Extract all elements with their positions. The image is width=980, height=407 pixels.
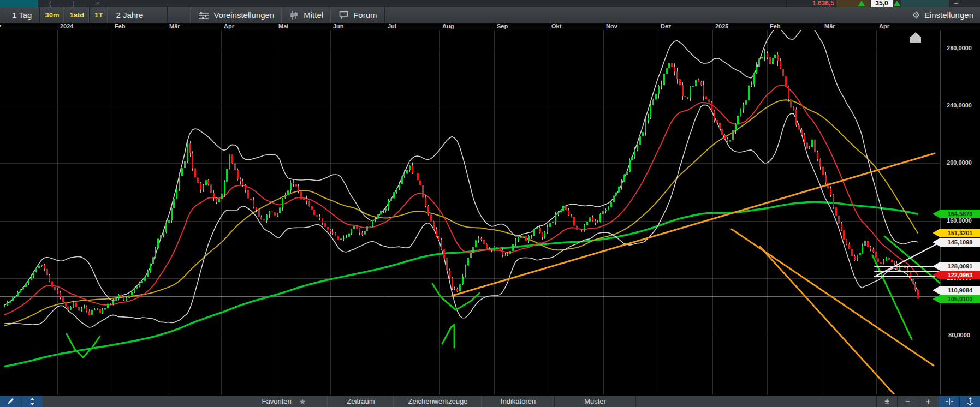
month-label-Aug: Aug — [442, 23, 454, 30]
bottom-menu-label: Zeitraum — [347, 397, 375, 405]
zoom-in-button[interactable]: + — [918, 396, 939, 407]
quote-chip-teal — [901, 0, 949, 7]
plus-minus-fit-icon: ± — [884, 397, 889, 406]
interval-button-30m[interactable]: 30m — [40, 7, 64, 23]
interval-button-1T[interactable]: 1T — [90, 7, 108, 23]
month-label-Apr: Apr — [879, 23, 889, 30]
forum-label: Forum — [353, 10, 377, 20]
tag-value: 164,5873 — [940, 210, 980, 218]
top-quote-strip: ( ) × 1.636,5 35,0 – — [0, 0, 980, 7]
month-label-Mär: Mär — [824, 23, 835, 30]
month-label-Mai: Mai — [278, 23, 288, 30]
time-axis[interactable]: z2024FebMärAprMaiJunJulAugSepOktNovDez20… — [0, 23, 980, 30]
minus-icon: − — [905, 397, 910, 406]
up-triangle-icon — [894, 1, 900, 6]
ema-21-tag: 122,0963 — [933, 271, 980, 279]
forum-button[interactable]: Forum — [331, 7, 385, 23]
tag-pointer — [933, 286, 940, 295]
tag-value: 151,3201 — [940, 229, 980, 237]
bottom-menu-zeichenwerkzeuge[interactable]: Zeichenwerkzeuge — [394, 396, 482, 407]
bottom-menu: Favoriten★ZeitraumZeichenwerkzeugeIndika… — [240, 396, 636, 407]
mittel-button[interactable]: Mittel — [282, 7, 331, 23]
bottom-menu-label: Favoriten — [262, 397, 292, 405]
speech-bubble-icon — [339, 11, 348, 19]
month-label-Jun: Jun — [333, 23, 344, 30]
settings-label: Einstellungen — [924, 10, 973, 20]
star-icon[interactable]: ★ — [299, 397, 306, 406]
month-label-2024: 2024 — [60, 23, 73, 30]
presets-button[interactable]: Voreinstellungen — [191, 7, 282, 23]
zoom-controls: ± − + — [876, 396, 980, 407]
month-label-Nov: Nov — [606, 23, 617, 30]
tag-value: 145,1098 — [940, 238, 980, 247]
price-tick-200: 200,0000 — [941, 159, 977, 166]
zoom-out-button[interactable]: − — [897, 396, 918, 407]
tag-value: 122,0963 — [940, 271, 980, 279]
month-label-Apr: Apr — [224, 23, 234, 30]
chart-toolbar: 1 Tag 30m1std1T 2 Jahre Voreinstellungen — [0, 7, 980, 23]
auto-fit-button[interactable]: ± — [876, 396, 897, 407]
price-tick-280: 280,0000 — [941, 45, 977, 51]
bottom-menu-muster[interactable]: Muster — [555, 396, 636, 407]
tag-value: 128,0091 — [940, 262, 980, 271]
month-label-Dez: Dez — [661, 23, 672, 30]
plus-icon: + — [926, 397, 931, 406]
sma-200-tag: 164,5873 — [933, 210, 980, 218]
month-label-Okt: Okt — [551, 23, 561, 30]
sliders-icon — [199, 11, 209, 19]
tab-title-clipped: ( ) × — [49, 0, 109, 7]
crosshair-mode-button[interactable] — [939, 396, 959, 407]
interval-buttons: 30m1std1T — [40, 7, 108, 23]
auto-scale-button[interactable] — [959, 396, 980, 407]
bottom-menu-label: Zeichenwerkzeuge — [408, 397, 467, 405]
chart-area: 280,0000240,0000200,0000160,0000120,0000… — [0, 30, 980, 394]
chart-application-window: ( ) × 1.636,5 35,0 – 1 Tag 30m1std1T 2 J… — [0, 0, 980, 407]
price-tick-80: 80,0000 — [941, 332, 977, 338]
quote-value-white: 35,0 — [871, 0, 893, 7]
hline-tag: 128,0091 — [933, 262, 980, 271]
candlestick-chart[interactable] — [0, 30, 945, 394]
up-triangle-icon — [858, 1, 865, 6]
tag-value: 110,9084 — [940, 286, 980, 295]
settings-button[interactable]: ⚙ Einstellungen — [906, 7, 980, 23]
bottom-menu-favoriten[interactable]: Favoriten★ — [240, 396, 328, 407]
tag-value: 105,0100 — [940, 295, 980, 303]
bottom-menu-indikatoren[interactable]: Indikatoren — [482, 396, 555, 407]
timeframe-button[interactable]: 1 Tag — [4, 7, 40, 23]
tag-pointer — [933, 229, 940, 237]
tag-pointer — [933, 295, 940, 303]
tag-pointer — [933, 210, 940, 218]
bottom-menu-label: Indikatoren — [501, 397, 536, 405]
tag-pointer — [933, 238, 940, 247]
bottom-menu-label: Muster — [584, 397, 606, 405]
bottom-menu-zeitraum[interactable]: Zeitraum — [328, 396, 394, 407]
draw-button[interactable] — [0, 396, 21, 407]
candlestick-icon — [290, 11, 299, 20]
interval-button-1std[interactable]: 1std — [64, 7, 90, 23]
last-price-tag: 105,0100 — [933, 295, 980, 303]
crosshair-icon — [945, 397, 954, 406]
tag-pointer — [933, 271, 940, 279]
up-down-arrows-icon — [29, 397, 35, 406]
tab-accent — [0, 0, 38, 7]
minimize-dash[interactable]: – — [952, 0, 960, 7]
presets-label: Voreinstellungen — [213, 10, 274, 20]
quote-chip-brown — [836, 0, 870, 7]
month-label-z: z — [0, 23, 2, 30]
month-label-Feb: Feb — [770, 23, 781, 30]
arrow-crosshair-icon — [966, 397, 974, 406]
range-button[interactable]: 2 Jahre — [108, 7, 168, 23]
range-label: 2 Jahre — [116, 10, 143, 20]
divider — [93, 0, 93, 7]
sort-button[interactable] — [22, 396, 43, 407]
sma-50-tag: 151,3201 — [933, 229, 980, 237]
gear-icon: ⚙ — [912, 10, 920, 20]
bollinger-lower-tag: 110,9084 — [933, 286, 980, 295]
mittel-label: Mittel — [304, 10, 323, 20]
quote-value-red: 1.636,5 — [812, 0, 834, 7]
month-label-2025: 2025 — [715, 23, 728, 30]
bottom-toolbar: Favoriten★ZeitraumZeichenwerkzeugeIndika… — [0, 396, 980, 407]
month-label-Mär: Mär — [169, 23, 180, 30]
timeframe-label: 1 Tag — [12, 10, 32, 20]
pencil-icon — [6, 397, 15, 406]
